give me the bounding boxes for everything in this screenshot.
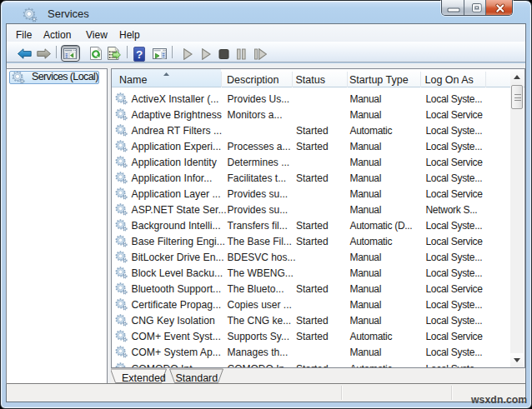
svg-text:?: ?: [136, 48, 143, 61]
